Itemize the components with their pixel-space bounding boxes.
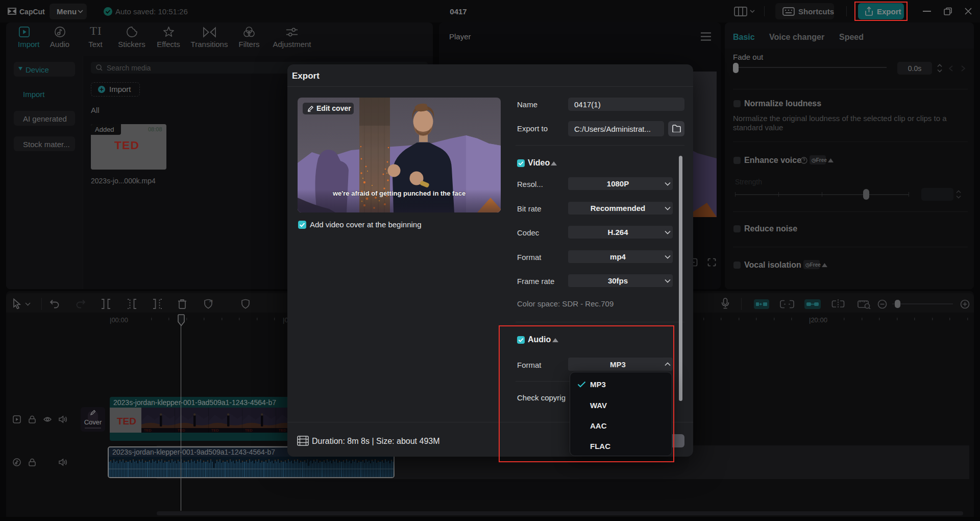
svg-text:we're afraid of getting punche: we're afraid of getting punched in the f… [332,190,465,197]
